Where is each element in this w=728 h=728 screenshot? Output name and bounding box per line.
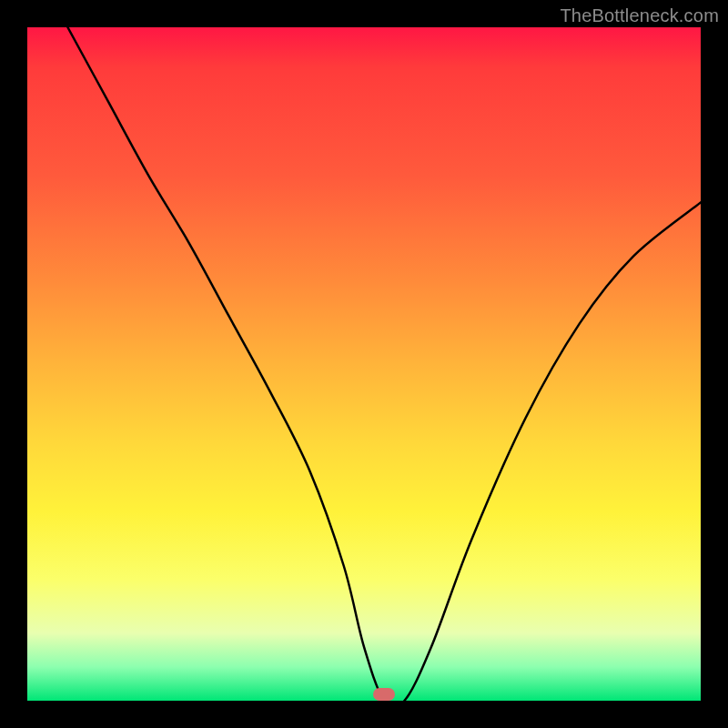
curve-svg (27, 27, 701, 701)
watermark-text: TheBottleneck.com (560, 5, 719, 26)
chart-container: TheBottleneck.com (0, 0, 728, 728)
bottleneck-curve (67, 27, 701, 701)
trough-marker (373, 688, 395, 701)
plot-area (27, 27, 701, 701)
